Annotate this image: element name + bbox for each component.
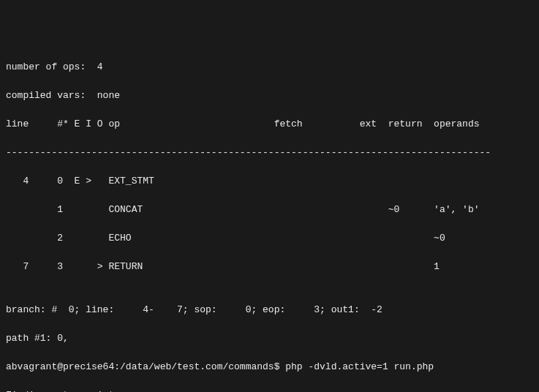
terminal-divider: ----------------------------------------… <box>6 146 533 160</box>
terminal-line: 4 0 E > EXT_STMT <box>6 174 533 189</box>
terminal-line: path #1: 0, <box>6 331 533 346</box>
terminal-header: line #* E I O op fetch ext return operan… <box>6 117 533 132</box>
terminal-prompt[interactable]: abvagrant@precise64:/data/web/test.com/c… <box>6 360 533 374</box>
terminal-line: 1 CONCAT ~0 'a', 'b' <box>6 203 533 217</box>
terminal-line: branch: # 0; line: 4- 7; sop: 0; eop: 3;… <box>6 303 533 317</box>
terminal-line: 2 ECHO ~0 <box>6 231 533 246</box>
terminal-line: compiled vars: none <box>6 88 533 103</box>
terminal-line: Finding entry points <box>6 388 533 393</box>
terminal-line: 7 3 > RETURN 1 <box>6 260 533 274</box>
terminal-line: number of ops: 4 <box>6 60 533 75</box>
